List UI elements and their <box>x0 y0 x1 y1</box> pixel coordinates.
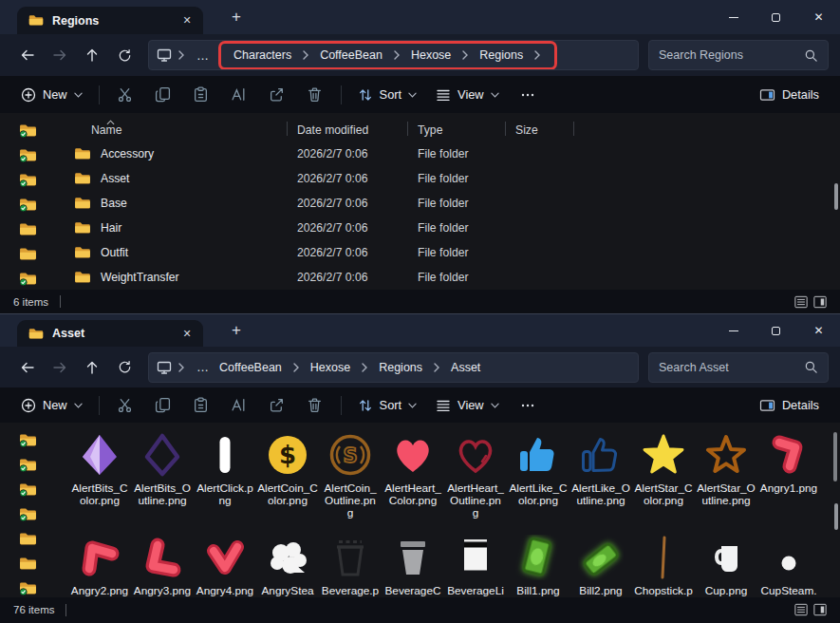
file-tile[interactable]: AlertHeart_Outline.png <box>444 428 507 531</box>
file-tile[interactable]: Cup.png <box>695 531 757 597</box>
sidebar-folder[interactable] <box>17 271 38 287</box>
thumbnail-view-toggle[interactable] <box>813 295 827 309</box>
tab-regions[interactable]: Regions ✕ <box>17 7 203 34</box>
breadcrumb-asset[interactable]: Asset <box>446 361 485 374</box>
sidebar-folder[interactable] <box>17 506 38 522</box>
minimize-button[interactable] <box>712 314 755 347</box>
chevron-right-icon[interactable] <box>534 50 540 60</box>
close-button[interactable]: ✕ <box>797 314 840 347</box>
sidebar-folder[interactable] <box>17 457 38 473</box>
back-button[interactable] <box>11 353 44 382</box>
maximize-button[interactable] <box>755 0 797 34</box>
file-row[interactable]: Asset 2026/2/7 0:06 File folder <box>55 166 840 191</box>
file-row[interactable]: Outfit 2026/2/7 0:06 File folder <box>55 240 840 265</box>
up-button[interactable] <box>76 41 108 69</box>
search-input[interactable] <box>659 48 804 62</box>
refresh-button[interactable] <box>108 353 140 382</box>
file-tile[interactable]: AlertLike_Outline.png <box>569 428 632 531</box>
thumbnail-view-toggle[interactable] <box>813 603 827 616</box>
address-field[interactable]: … Characters CoffeeBean Hexose Regions <box>148 40 639 70</box>
file-row[interactable]: Base 2026/2/7 0:06 File folder <box>55 191 840 216</box>
file-tile[interactable]: Bill2.png <box>569 531 632 597</box>
sidebar-folder[interactable] <box>17 221 38 237</box>
copy-button[interactable] <box>144 81 182 109</box>
details-pane-button[interactable]: Details <box>750 81 829 109</box>
breadcrumb-regions[interactable]: Regions <box>374 361 427 374</box>
minimize-button[interactable] <box>712 0 755 34</box>
tab-close-icon[interactable]: ✕ <box>178 325 196 342</box>
sidebar-folder[interactable] <box>17 197 38 213</box>
file-tile[interactable]: AlertClick.png <box>194 428 256 531</box>
more-options-button[interactable] <box>509 391 547 420</box>
file-row[interactable]: Accessory 2026/2/7 0:06 File folder <box>55 142 840 166</box>
sidebar-scrollbar[interactable] <box>834 183 838 210</box>
view-button[interactable]: View <box>426 81 509 109</box>
breadcrumb-hexose[interactable]: Hexose <box>306 361 355 374</box>
new-button[interactable]: New <box>11 391 92 420</box>
title-bar[interactable]: Asset ✕ + ✕ <box>0 314 840 347</box>
breadcrumb-coffeebean[interactable]: CoffeeBean <box>215 361 287 374</box>
breadcrumb-characters[interactable]: Characters <box>229 48 296 62</box>
sidebar-folder[interactable] <box>17 246 38 262</box>
file-tile[interactable]: AlertLike_Color.png <box>507 428 569 531</box>
maximize-button[interactable] <box>755 314 797 347</box>
file-tile[interactable]: AlertStar_Outline.png <box>695 428 757 531</box>
breadcrumb-regions[interactable]: Regions <box>475 48 528 62</box>
sidebar-folder[interactable] <box>17 556 38 572</box>
search-box[interactable] <box>648 40 829 70</box>
file-tile[interactable]: $ AlertCoin_Color.png <box>256 428 319 531</box>
sidebar-folder[interactable] <box>17 432 38 448</box>
new-tab-button[interactable]: + <box>224 319 249 342</box>
file-tile[interactable]: Beverage.p <box>319 531 382 597</box>
file-tile[interactable]: AlertBits_Outline.png <box>131 428 194 531</box>
collapsed-path-ellipsis[interactable]: … <box>196 48 209 63</box>
new-tab-button[interactable]: + <box>224 6 249 28</box>
sort-button[interactable]: Sort <box>348 391 426 420</box>
sidebar-folder[interactable] <box>17 147 38 163</box>
file-tile[interactable]: Angry3.png <box>131 531 194 597</box>
cut-button[interactable] <box>106 391 144 420</box>
details-view-toggle[interactable] <box>794 603 808 616</box>
file-row[interactable]: WeightTransfer 2026/2/7 0:06 File folder <box>55 265 840 290</box>
file-tile[interactable]: Angry2.png <box>68 531 131 597</box>
tab-close-icon[interactable]: ✕ <box>178 12 196 29</box>
sidebar-folder[interactable] <box>17 531 38 547</box>
share-button[interactable] <box>258 81 296 109</box>
file-tile[interactable]: AlertStar_Color.png <box>632 428 695 531</box>
rename-button[interactable] <box>220 391 258 420</box>
file-tile[interactable]: Angry4.png <box>194 531 256 597</box>
sort-button[interactable]: Sort <box>348 81 426 109</box>
back-button[interactable] <box>11 41 44 69</box>
delete-button[interactable] <box>296 391 334 420</box>
sidebar-folder[interactable] <box>17 481 38 498</box>
file-tile[interactable]: Angry1.png <box>757 428 820 531</box>
file-tile[interactable]: AlertBits_Color.png <box>68 428 131 531</box>
file-tile[interactable]: CupSteam. <box>757 531 820 597</box>
column-header-date[interactable]: Date modified <box>288 115 408 142</box>
grid-scrollbar[interactable] <box>833 432 837 481</box>
sidebar-scrollbar[interactable] <box>834 503 838 530</box>
file-tile[interactable]: BeverageLi <box>444 531 507 597</box>
collapsed-path-ellipsis[interactable]: … <box>196 360 209 374</box>
file-tile[interactable]: AlertHeart_Color.png <box>382 428 444 531</box>
file-tile[interactable]: AngryStea <box>256 531 319 597</box>
file-tile[interactable]: BeverageC <box>382 531 444 597</box>
forward-button[interactable] <box>44 353 76 382</box>
file-row[interactable]: Hair 2026/2/7 0:06 File folder <box>55 216 840 240</box>
cut-button[interactable] <box>106 81 144 109</box>
refresh-button[interactable] <box>108 41 140 69</box>
search-box[interactable] <box>648 352 829 383</box>
sidebar-folder[interactable] <box>17 172 38 188</box>
close-button[interactable]: ✕ <box>797 0 840 34</box>
forward-button[interactable] <box>44 41 76 69</box>
column-header-type[interactable]: Type <box>408 115 506 142</box>
sidebar-folder[interactable] <box>17 123 38 139</box>
file-tile[interactable]: Bill1.png <box>507 531 569 597</box>
details-view-toggle[interactable] <box>794 295 808 309</box>
more-options-button[interactable] <box>509 81 547 109</box>
copy-button[interactable] <box>144 391 182 420</box>
paste-button[interactable] <box>182 81 220 109</box>
details-pane-button[interactable]: Details <box>750 391 829 420</box>
column-header-size[interactable]: Size <box>506 115 574 142</box>
address-field[interactable]: … CoffeeBean Hexose Regions Asset <box>148 352 639 383</box>
